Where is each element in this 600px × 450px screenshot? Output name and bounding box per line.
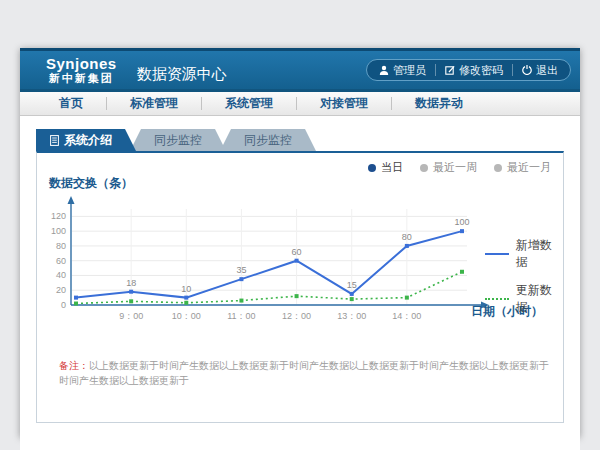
exchange-line-chart: 0204060801001209：0010：0011：0012：0013：001… bbox=[37, 193, 497, 325]
tab-label: 同步监控 bbox=[154, 129, 202, 151]
legend-new-data: 新增数据 bbox=[485, 237, 563, 271]
tab-label: 同步监控 bbox=[244, 129, 292, 151]
filter-label: 当日 bbox=[381, 160, 403, 175]
tab-system-intro[interactable]: 系统介绍 bbox=[36, 129, 136, 151]
tab-sync-monitor-1[interactable]: 同步监控 bbox=[130, 129, 226, 151]
time-range-filter: 当日 最近一周 最近一月 bbox=[368, 160, 551, 175]
change-password-label: 修改密码 bbox=[459, 63, 503, 78]
svg-text:12：00: 12：00 bbox=[282, 311, 311, 321]
svg-text:13：00: 13：00 bbox=[337, 311, 366, 321]
y-axis-title: 数据交换（条） bbox=[49, 175, 133, 192]
app-window: Synjones 新中新集团 数据资源中心 管理员 修改密码 bbox=[20, 48, 580, 437]
legend-label: 新增数据 bbox=[516, 237, 563, 271]
logo-text-cn: 新中新集团 bbox=[46, 72, 117, 85]
svg-text:0: 0 bbox=[61, 300, 66, 310]
svg-text:100: 100 bbox=[454, 217, 469, 227]
svg-text:11：00: 11：00 bbox=[227, 311, 255, 321]
page-title: 数据资源中心 bbox=[137, 65, 227, 84]
filter-label: 最近一周 bbox=[433, 160, 477, 175]
nav-item-system-mgmt[interactable]: 系统管理 bbox=[202, 95, 296, 112]
nav-item-standard-mgmt[interactable]: 标准管理 bbox=[107, 95, 201, 112]
svg-text:35: 35 bbox=[236, 265, 246, 275]
svg-text:14：00: 14：00 bbox=[392, 311, 421, 321]
filter-today[interactable]: 当日 bbox=[368, 160, 403, 175]
chart-panel: 当日 最近一周 最近一月 数据交换（条） 0204060801001209：00… bbox=[36, 151, 564, 423]
svg-text:60: 60 bbox=[56, 256, 66, 266]
main-nav: 首页 标准管理 系统管理 对接管理 数据异动 bbox=[20, 92, 580, 116]
nav-item-data-change[interactable]: 数据异动 bbox=[392, 95, 486, 112]
company-logo[interactable]: Synjones 新中新集团 bbox=[46, 55, 117, 85]
logout-button[interactable]: 退出 bbox=[513, 63, 567, 78]
svg-text:120: 120 bbox=[51, 211, 66, 221]
filter-last-week[interactable]: 最近一周 bbox=[420, 160, 477, 175]
svg-text:60: 60 bbox=[292, 247, 302, 257]
svg-text:10: 10 bbox=[181, 284, 191, 294]
footer-note: 备注：以上数据更新于时间产生数据以上数据更新于时间产生数据以上数据更新于时间产生… bbox=[59, 358, 549, 388]
chart-legend: 新增数据 更新数据 bbox=[485, 237, 563, 327]
logout-label: 退出 bbox=[536, 63, 558, 78]
radio-dot-icon bbox=[368, 164, 376, 172]
admin-user-button[interactable]: 管理员 bbox=[370, 63, 435, 78]
svg-text:80: 80 bbox=[402, 232, 412, 242]
dotted-line-icon bbox=[485, 298, 509, 300]
svg-text:9：00: 9：00 bbox=[119, 311, 143, 321]
svg-text:40: 40 bbox=[56, 270, 66, 280]
document-icon bbox=[50, 135, 59, 146]
header-bar: Synjones 新中新集团 数据资源中心 管理员 修改密码 bbox=[20, 48, 580, 92]
nav-item-interface-mgmt[interactable]: 对接管理 bbox=[297, 95, 391, 112]
legend-label: 更新数据 bbox=[516, 282, 563, 316]
edit-icon bbox=[445, 65, 455, 75]
nav-item-home[interactable]: 首页 bbox=[36, 95, 106, 112]
user-icon bbox=[379, 65, 389, 75]
svg-text:100: 100 bbox=[51, 226, 66, 236]
filter-label: 最近一月 bbox=[507, 160, 551, 175]
svg-text:15: 15 bbox=[347, 280, 357, 290]
tab-bar: 系统介绍 同步监控 同步监控 bbox=[36, 129, 580, 151]
svg-text:10：00: 10：00 bbox=[172, 311, 201, 321]
change-password-button[interactable]: 修改密码 bbox=[436, 63, 512, 78]
legend-update-data: 更新数据 bbox=[485, 282, 563, 316]
note-label: 备注： bbox=[59, 360, 89, 371]
tab-label: 系统介绍 bbox=[64, 129, 112, 151]
svg-text:80: 80 bbox=[56, 241, 66, 251]
content-area: 系统介绍 同步监控 同步监控 当日 最近一周 bbox=[20, 129, 580, 450]
solid-line-icon bbox=[485, 253, 509, 255]
user-toolbar: 管理员 修改密码 退出 bbox=[366, 59, 571, 81]
filter-last-month[interactable]: 最近一月 bbox=[494, 160, 551, 175]
svg-text:18: 18 bbox=[126, 278, 136, 288]
admin-user-label: 管理员 bbox=[393, 63, 426, 78]
svg-text:20: 20 bbox=[56, 285, 66, 295]
radio-dot-icon bbox=[420, 164, 428, 172]
tab-sync-monitor-2[interactable]: 同步监控 bbox=[220, 129, 316, 151]
power-icon bbox=[522, 65, 532, 75]
radio-dot-icon bbox=[494, 164, 502, 172]
logo-text-en: Synjones bbox=[46, 55, 117, 72]
note-text: 以上数据更新于时间产生数据以上数据更新于时间产生数据以上数据更新于时间产生数据以… bbox=[59, 360, 549, 386]
